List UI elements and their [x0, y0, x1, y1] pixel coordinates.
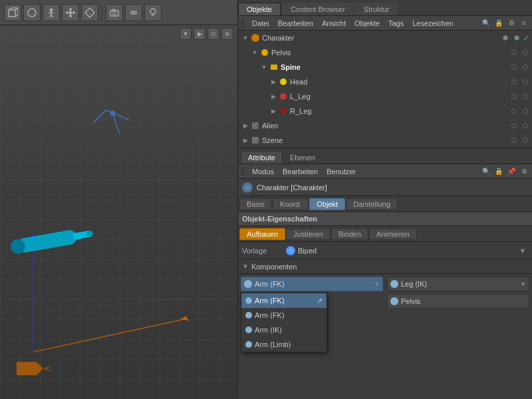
tree-row-spine[interactable]: ▼ Spine	[238, 60, 532, 74]
dropdown-item-arm-fk-2[interactable]: Arm (FK)	[241, 308, 327, 323]
attr-menu-modus[interactable]: Modus	[248, 166, 278, 177]
tab-ebenen[interactable]: Ebenen	[283, 151, 323, 164]
svg-line-42	[93, 110, 106, 123]
attr-lock-icon[interactable]: 🔒	[493, 166, 504, 177]
svg-point-44	[110, 110, 116, 116]
vorlage-icon	[286, 246, 295, 255]
attr-pin-icon[interactable]: 📌	[506, 166, 517, 177]
pelvis-tree-icon	[259, 47, 270, 58]
tree-row-charakter[interactable]: ▼ Charakter ✓	[238, 31, 532, 45]
alien-tree-icon: L0	[250, 120, 261, 131]
vorlage-row: Vorlage Biped ▼	[238, 242, 532, 259]
attr-menu-benutzer[interactable]: Benutzer	[323, 166, 360, 177]
komponenten-header[interactable]: ▼ Komponenten	[238, 259, 532, 274]
tab-objekte[interactable]: Objekte	[238, 3, 281, 15]
menu-ansicht[interactable]: Ansicht	[318, 18, 350, 29]
expand-head[interactable]: ▶	[269, 77, 278, 86]
dropdown-item-label-4: Arm (Limb)	[255, 340, 291, 348]
charakter-header-name: Charakter [Charakter]	[257, 184, 327, 192]
sub-tab-koord[interactable]: Koord.	[273, 198, 309, 210]
attr-menu-bearbeiten[interactable]: Bearbeiten	[279, 166, 322, 177]
more-icon[interactable]: ≡	[519, 18, 529, 29]
aufbauen-tab-binden[interactable]: Binden	[331, 228, 368, 240]
dropdown-item-label-2: Arm (FK)	[255, 311, 285, 319]
dropdown-item-arm-ik[interactable]: Arm (IK)	[241, 323, 327, 337]
sub-tab-basis[interactable]: Basis	[239, 198, 272, 210]
arm-fk-button[interactable]: Arm (FK) ▼	[241, 277, 383, 291]
tree-label-charakter: Charakter	[262, 34, 501, 42]
tree-dots-head	[510, 78, 529, 86]
menu-lesezeichen[interactable]: Lesezeichen	[408, 18, 458, 29]
tree-dots-spine	[510, 64, 529, 71]
tree-dots-szene	[510, 137, 529, 144]
search-icon[interactable]: 🔍	[481, 18, 491, 29]
tree-row-pelvis[interactable]: ▼ Pelvis	[238, 45, 532, 60]
charakter-header: Charakter [Charakter]	[238, 179, 532, 196]
expand-alien[interactable]: ▶	[241, 121, 250, 130]
leg-ik-label: Leg (IK)	[401, 280, 517, 288]
menu-handle	[241, 18, 245, 29]
lleg-tree-icon	[278, 91, 289, 102]
expand-spine[interactable]: ▼	[259, 63, 269, 72]
menu-objekte[interactable]: Objekte	[350, 18, 384, 29]
top-tabs-bar: Objekte Content Browser Struktur	[238, 0, 532, 16]
right-side-area: Leg (IK) ▼ Pelvis	[387, 277, 529, 309]
tree-dots-pelvis	[510, 49, 529, 57]
vorlage-text: Biped	[298, 247, 317, 255]
tree-label-head: Head	[290, 78, 510, 86]
dropdown-item-arm-limb[interactable]: Arm (Limb)	[241, 337, 327, 352]
tree-row-rleg[interactable]: ▶ R_Leg	[238, 104, 532, 118]
tree-row-szene[interactable]: ▶ L0 Szene	[238, 133, 532, 148]
leg-ik-button[interactable]: Leg (IK) ▼	[387, 277, 529, 291]
arm-fk-dropdown-menu[interactable]: Arm (FK) ↗ Arm (FK) Arm (IK) Arm (Limb)	[241, 293, 327, 352]
lock-icon[interactable]: 🔒	[493, 18, 504, 29]
tree-label-alien: Alien	[262, 122, 510, 130]
leg-ik-dropdown-arrow: ▼	[520, 281, 526, 287]
aufbauen-tab-aufbauen[interactable]: Aufbauen	[239, 228, 285, 240]
attr-tabs-bar: Attribute Ebenen	[238, 148, 532, 164]
expand-rleg[interactable]: ▶	[269, 106, 278, 116]
attr-search-icon[interactable]: 🔍	[481, 166, 491, 177]
attr-settings-icon[interactable]: ⚙	[519, 166, 529, 177]
tree-row-alien[interactable]: ▶ L0 Alien	[238, 118, 532, 133]
tree-label-szene: Szene	[262, 136, 510, 144]
svg-text:L0: L0	[253, 124, 259, 129]
svg-line-26	[119, 266, 237, 398]
menu-tags[interactable]: Tags	[384, 18, 408, 29]
komponenten-label: Komponenten	[251, 263, 297, 271]
tree-dots-lleg	[510, 93, 529, 100]
sub-tab-darstellung[interactable]: Darstellung	[346, 198, 398, 210]
pelvis-button[interactable]: Pelvis	[387, 294, 529, 309]
cursor-icon: ↗	[317, 297, 323, 305]
expand-charakter[interactable]: ▼	[241, 33, 250, 43]
aufbauen-tab-animieren[interactable]: Animieren	[369, 228, 417, 240]
menu-bearbeiten[interactable]: Bearbeiten	[274, 18, 317, 29]
komponenten-arrow-icon: ▼	[242, 263, 249, 270]
vorlage-dropdown-arrow[interactable]: ▼	[517, 245, 528, 256]
head-tree-icon	[278, 76, 289, 87]
dropdown-item-label-3: Arm (IK)	[255, 326, 282, 334]
expand-lleg[interactable]: ▶	[269, 92, 278, 101]
svg-marker-40	[43, 365, 53, 372]
scene-tree[interactable]: ▼ Charakter ✓ ▼ Pelvis	[238, 31, 532, 148]
dropdown-item-arm-fk-1[interactable]: Arm (FK) ↗	[241, 293, 327, 308]
sub-tab-objekt[interactable]: Objekt	[309, 198, 345, 210]
menu-datei[interactable]: Datei	[248, 18, 273, 29]
charakter-header-icon	[242, 182, 253, 193]
viewport-3d[interactable]: ▼ ▶ ⊙ ⊕	[0, 0, 238, 399]
pelvis-icon	[390, 297, 398, 305]
tree-label-spine: Spine	[281, 63, 510, 71]
tab-content-browser[interactable]: Content Browser	[282, 3, 354, 15]
scene-svg	[0, 0, 237, 399]
tree-row-head[interactable]: ▶ Head	[238, 74, 532, 89]
expand-szene[interactable]: ▶	[241, 136, 250, 145]
tab-attribute[interactable]: Attribute	[241, 151, 283, 164]
settings-icon[interactable]: ⚙	[506, 18, 517, 29]
expand-pelvis[interactable]: ▼	[250, 48, 259, 57]
tab-struktur[interactable]: Struktur	[355, 3, 398, 15]
tree-row-lleg[interactable]: ▶ L_Leg	[238, 89, 532, 104]
svg-rect-35	[17, 229, 78, 253]
aufbauen-tab-justieren[interactable]: Justieren	[286, 228, 331, 240]
komponenten-content: Arm (FK) ▼ Arm (FK) ↗ Arm (FK)	[238, 274, 532, 311]
tree-label-lleg: L_Leg	[290, 92, 510, 100]
